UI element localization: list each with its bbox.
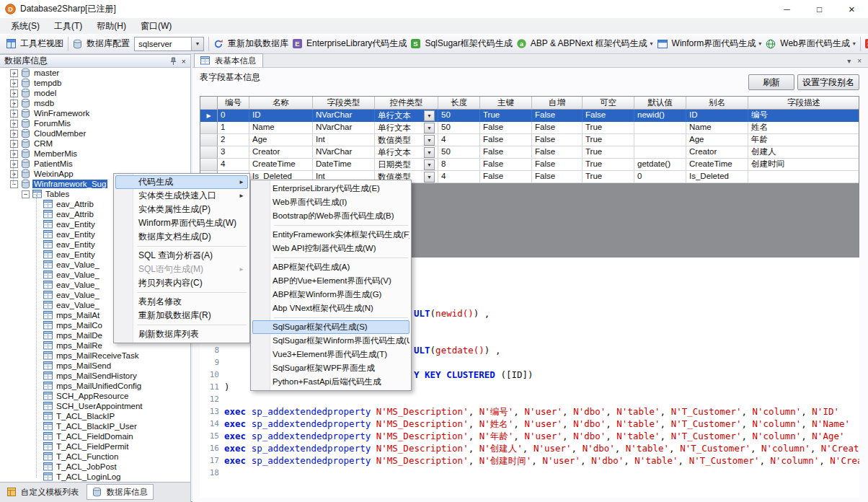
column-header-6[interactable]: 自增 (532, 97, 583, 110)
dropdown-button[interactable]: ▼ (424, 172, 435, 182)
grid-cell[interactable]: DateTime (313, 159, 375, 171)
submenu-item-12[interactable]: SqlSugar框架代码生成(S) (252, 320, 409, 334)
grid-cell[interactable]: 0 (634, 171, 686, 183)
winform-codegen-button[interactable]: Winform界面代码生成 ▾ (655, 36, 764, 51)
grid-cell[interactable]: True (480, 110, 532, 122)
tree-item[interactable]: +model (0, 88, 190, 98)
column-header-10[interactable]: 字段描述 (748, 97, 859, 110)
grid-cell[interactable]: Is_Deleted (686, 171, 748, 183)
submenu-item-5[interactable]: Web API控制器代码生成(W) (252, 242, 409, 255)
grid-cell[interactable]: Name (249, 122, 313, 134)
grid-cell[interactable]: 3 (218, 146, 249, 159)
context-menu-item-6[interactable]: SQL 查询分析器(A) (115, 249, 248, 263)
grid-cell[interactable]: 8 (438, 159, 480, 171)
column-header-3[interactable]: 控件类型 (375, 97, 438, 110)
expander-icon[interactable]: + (10, 170, 18, 178)
table-row[interactable]: 1NameNVarChar单行文本▼50FalseFalseTrueName姓名 (200, 122, 859, 134)
table-row[interactable]: ▶0IDNVarChar单行文本▼50TrueFalseFalsenewid()… (200, 110, 859, 122)
menubar-item-1[interactable]: 工具(T) (47, 19, 89, 33)
tree-item[interactable]: T_ACL_FieldPermit (0, 441, 190, 452)
submenu-item-14[interactable]: Vue3+Element界面代码生成(T) (252, 348, 409, 361)
grid-cell[interactable] (634, 122, 686, 134)
table-row[interactable]: 4CreateTimeDateTime日期类型▼8FalseFalseTrueg… (200, 159, 859, 171)
database-config-button[interactable]: 数据库配置 (71, 36, 132, 51)
reload-database-button[interactable]: 重新加载数据库 (211, 36, 291, 51)
expander-icon[interactable]: + (10, 150, 18, 158)
context-menu-item-2[interactable]: 实体类属性生成(P) (115, 203, 248, 216)
expander-icon[interactable]: − (10, 180, 18, 188)
column-header-4[interactable]: 长度 (438, 97, 480, 110)
bottom-tab-1[interactable]: 数据库信息 (87, 484, 154, 500)
web-codegen-button[interactable]: Web界面代码生成 ▾ (763, 36, 857, 51)
expander-icon[interactable]: + (10, 130, 18, 138)
expander-icon[interactable]: + (10, 140, 18, 148)
tree-item[interactable]: mps_MailSendHistory (0, 371, 190, 381)
minimize-button[interactable]: ─ (771, 0, 803, 18)
pin-icon[interactable] (170, 57, 177, 66)
exit-button[interactable]: 退出 (863, 36, 868, 51)
chevron-down-icon[interactable]: ▾ (847, 57, 851, 65)
grid-cell[interactable]: 4 (218, 159, 249, 171)
submenu-item-13[interactable]: SqlSugar框架Winform界面代码生成(U) (252, 334, 409, 348)
tree-item[interactable]: T_ACL_JobPost (0, 462, 190, 472)
grid-cell[interactable]: 单行文本▼ (375, 122, 438, 134)
grid-cell[interactable] (634, 134, 686, 146)
grid-cell[interactable] (748, 171, 859, 183)
tree-item[interactable]: +CloudMember (0, 128, 190, 138)
context-menu-item-7[interactable]: SQL语句生成(M)► (115, 263, 248, 276)
context-menu-item-11[interactable]: 重新加载数据库(R) (115, 309, 248, 322)
expander-icon[interactable]: + (10, 79, 18, 87)
grid-cell[interactable]: 编号 (748, 110, 859, 122)
context-menu-item-4[interactable]: 数据库文档生成(D) (115, 230, 248, 244)
column-header-7[interactable]: 可空 (583, 97, 634, 110)
tree-item[interactable]: +WinFramework (0, 108, 190, 118)
grid-cell[interactable]: Name (686, 122, 748, 134)
tab-table-info[interactable]: 表基本信息 (194, 53, 263, 67)
column-header-8[interactable]: 默认值 (634, 97, 686, 110)
row-selector[interactable]: ▶ (200, 110, 218, 122)
column-header-0[interactable]: 编号 (218, 97, 249, 110)
table-row[interactable]: 2AgeInt数值类型▼4FalseFalseTrueAge年龄 (200, 134, 859, 146)
grid-cell[interactable]: True (583, 146, 634, 159)
bottom-tab-0[interactable]: 自定义模板列表 (1, 484, 85, 500)
grid-cell[interactable]: 4 (438, 171, 480, 183)
grid-cell[interactable]: False (532, 134, 583, 146)
context-menu-item-8[interactable]: 拷贝列表内容(C) (115, 276, 248, 290)
tree-item[interactable]: T_ACL_BlackIP (0, 411, 190, 421)
grid-cell[interactable]: 1 (218, 122, 249, 134)
tree-item[interactable]: T_ACL_LoginLog (0, 472, 190, 482)
grid-cell[interactable]: Creator (249, 146, 313, 159)
grid-cell[interactable]: 日期类型▼ (375, 159, 438, 171)
tree-item[interactable]: T_ACL_BlackIP_User (0, 421, 190, 431)
grid-cell[interactable]: False (480, 159, 532, 171)
menubar-item-0[interactable]: 系统(S) (4, 19, 47, 33)
grid-cell[interactable]: 数值类型▼ (375, 134, 438, 146)
grid-cell[interactable]: False (480, 122, 532, 134)
menubar-item-3[interactable]: 窗口(W) (133, 19, 179, 33)
grid-cell[interactable]: Age (686, 134, 748, 146)
set-field-alias-button[interactable]: 设置字段别名 (797, 74, 859, 90)
column-header-5[interactable]: 主键 (480, 97, 532, 110)
grid-cell[interactable]: getdate() (634, 159, 686, 171)
row-selector[interactable] (200, 134, 218, 146)
row-selector[interactable] (200, 146, 218, 159)
grid-cell[interactable]: NVarChar (313, 110, 375, 122)
expander-icon[interactable]: + (10, 89, 18, 97)
row-selector[interactable] (200, 122, 218, 134)
grid-cell[interactable]: 创建时间 (748, 159, 859, 171)
tree-item[interactable]: +PatientMis (0, 159, 190, 169)
row-selector[interactable] (200, 159, 218, 171)
chevron-down-icon[interactable]: ▾ (853, 40, 856, 47)
grid-cell[interactable]: 0 (218, 110, 249, 122)
grid-cell[interactable]: False (532, 159, 583, 171)
grid-cell[interactable]: 2 (218, 134, 249, 146)
tree-item[interactable]: mps_MailSend (0, 361, 190, 371)
context-menu-item-1[interactable]: 实体类生成快速入口► (115, 189, 248, 203)
enterpriselibrary-codegen-button[interactable]: E EnterpriseLibrary代码生成 (291, 36, 409, 51)
refresh-button[interactable]: 刷新 (748, 74, 794, 90)
grid-cell[interactable]: True (583, 171, 634, 183)
grid-cell[interactable]: 4 (438, 134, 480, 146)
grid-cell[interactable]: True (583, 122, 634, 134)
tree-item[interactable]: +tempdb (0, 78, 190, 88)
column-header-9[interactable]: 别名 (686, 97, 748, 110)
